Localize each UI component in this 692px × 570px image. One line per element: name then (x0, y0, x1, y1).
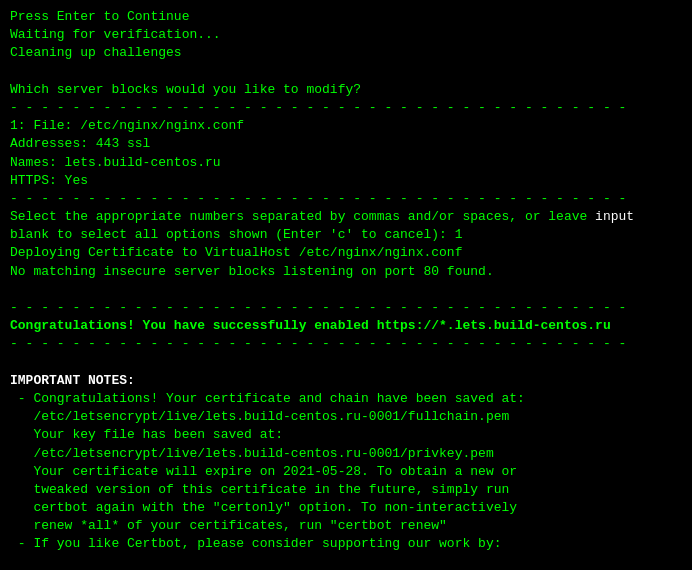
line-tweaked: tweaked version of this certificate in t… (10, 481, 682, 499)
line-key-saved: Your key file has been saved at: (10, 426, 682, 444)
line-deploying: Deploying Certificate to VirtualHost /et… (10, 244, 682, 262)
line-cert-saved: - Congratulations! Your certificate and … (10, 390, 682, 408)
line-expire: Your certificate will expire on 2021-05-… (10, 463, 682, 481)
line-renew: renew *all* of your certificates, run "c… (10, 517, 682, 535)
input-label: input (595, 209, 634, 224)
line-if-you-like: - If you like Certbot, please consider s… (10, 535, 682, 553)
line-empty-4 (10, 554, 682, 570)
line-file: 1: File: /etc/nginx/nginx.conf (10, 117, 682, 135)
line-select: Select the appropriate numbers separated… (10, 208, 682, 226)
line-dashes-4: - - - - - - - - - - - - - - - - - - - - … (10, 335, 682, 353)
line-fullchain: /etc/letsencrypt/live/lets.build-centos.… (10, 408, 682, 426)
line-blank: blank to select all options shown (Enter… (10, 226, 682, 244)
line-empty-3 (10, 354, 682, 372)
line-dashes-2: - - - - - - - - - - - - - - - - - - - - … (10, 190, 682, 208)
line-waiting: Waiting for verification... (10, 26, 682, 44)
line-empty-2 (10, 281, 682, 299)
line-important-notes: IMPORTANT NOTES: (10, 372, 682, 390)
line-privkey: /etc/letsencrypt/live/lets.build-centos.… (10, 445, 682, 463)
line-cleaning: Cleaning up challenges (10, 44, 682, 62)
line-press-enter: Press Enter to Continue (10, 8, 682, 26)
line-https: HTTPS: Yes (10, 172, 682, 190)
line-no-matching: No matching insecure server blocks liste… (10, 263, 682, 281)
line-empty-1 (10, 63, 682, 81)
line-congratulations-main: Congratulations! You have successfully e… (10, 317, 682, 335)
line-which-server: Which server blocks would you like to mo… (10, 81, 682, 99)
terminal-output: Press Enter to Continue Waiting for veri… (10, 8, 682, 570)
line-addresses: Addresses: 443 ssl (10, 135, 682, 153)
terminal-window: Press Enter to Continue Waiting for veri… (0, 0, 692, 570)
line-dashes-3: - - - - - - - - - - - - - - - - - - - - … (10, 299, 682, 317)
line-certonly: certbot again with the "certonly" option… (10, 499, 682, 517)
line-names: Names: lets.build-centos.ru (10, 154, 682, 172)
line-dashes-1: - - - - - - - - - - - - - - - - - - - - … (10, 99, 682, 117)
